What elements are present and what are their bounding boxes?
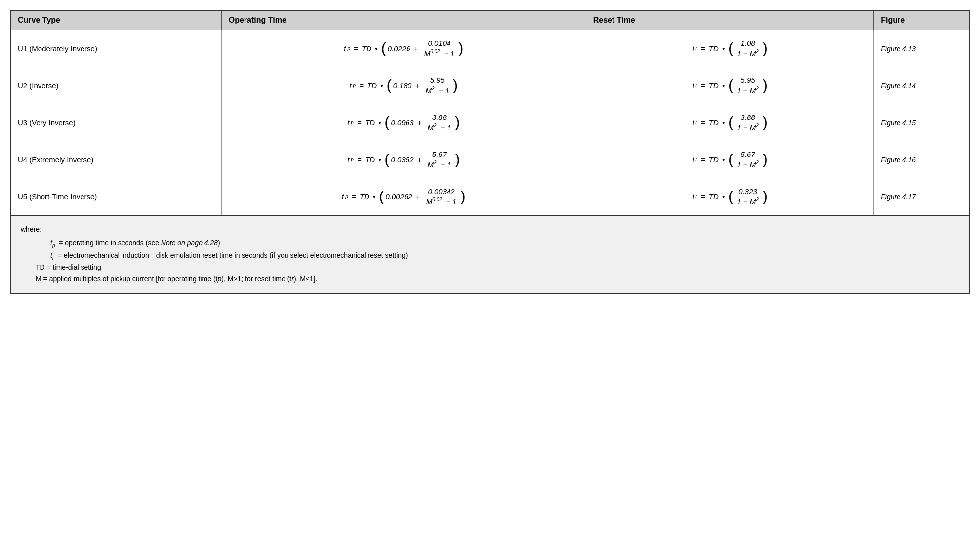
td-note: TD = time-dial setting xyxy=(36,262,959,273)
figure-ref: Figure 4.16 xyxy=(874,141,970,178)
table-row: U1 (Moderately Inverse) tp = TD • ( 0.02… xyxy=(10,30,970,67)
tr-note: tr = electromechanical induction—disk em… xyxy=(50,250,959,262)
figure-ref: Figure 4.14 xyxy=(874,67,970,104)
curve-name: U2 (Inverse) xyxy=(10,67,221,104)
figure-ref: Figure 4.17 xyxy=(874,178,970,216)
main-table: Curve Type Operating Time Reset Time Fig… xyxy=(10,10,970,294)
reset-time-formula: tr = TD • ( 3.88 1 − M2 ) xyxy=(586,104,874,141)
table-row: U5 (Short-Time Inverse) tp = TD • ( 0.00… xyxy=(10,178,970,216)
op-time-formula: tp = TD • ( 0.0352 + 5.67 M2 − 1 xyxy=(221,141,586,178)
curve-name: U4 (Extremely Inverse) xyxy=(10,141,221,178)
header-curve: Curve Type xyxy=(10,10,221,30)
op-time-formula: tp = TD • ( 0.0226 + 0.0104 M0.02 − 1 xyxy=(221,30,586,67)
m-note: M = applied multiples of pickup current … xyxy=(36,273,959,285)
header-figure: Figure xyxy=(874,10,970,30)
figure-ref: Figure 4.13 xyxy=(874,30,970,67)
curve-name: U3 (Very Inverse) xyxy=(10,104,221,141)
reset-time-formula: tr = TD • ( 5.67 1 − M2 ) xyxy=(586,141,874,178)
reset-time-formula: tr = TD • ( 5.95 1 − M2 ) xyxy=(586,67,874,104)
op-time-formula: tp = TD • ( 0.180 + 5.95 M2 − 1 xyxy=(221,67,586,104)
table-row: U3 (Very Inverse) tp = TD • ( 0.0963 + 3… xyxy=(10,104,970,141)
notes-cell: where: tp = operating time in seconds (s… xyxy=(10,215,970,294)
reset-time-formula: tr = TD • ( 1.08 1 − M2 ) xyxy=(586,30,874,67)
curve-name: U5 (Short-Time Inverse) xyxy=(10,178,221,216)
reset-time-formula: tr = TD • ( 0.323 1 − M2 ) xyxy=(586,178,874,216)
tp-note: tp = operating time in seconds (see Note… xyxy=(50,237,959,250)
op-time-formula: tp = TD • ( 0.0963 + 3.88 M2 − 1 xyxy=(221,104,586,141)
where-label: where: xyxy=(21,224,959,235)
op-time-formula: tp = TD • ( 0.00262 + 0.00342 M0.02 − 1 xyxy=(221,178,586,216)
header-reset-time: Reset Time xyxy=(586,10,874,30)
header-op-time: Operating Time xyxy=(221,10,586,30)
table-row: U2 (Inverse) tp = TD • ( 0.180 + 5.95 xyxy=(10,67,970,104)
table-row: U4 (Extremely Inverse) tp = TD • ( 0.035… xyxy=(10,141,970,178)
header-row: Curve Type Operating Time Reset Time Fig… xyxy=(10,10,970,30)
figure-ref: Figure 4.15 xyxy=(874,104,970,141)
curve-name: U1 (Moderately Inverse) xyxy=(10,30,221,67)
notes-row: where: tp = operating time in seconds (s… xyxy=(10,215,970,294)
